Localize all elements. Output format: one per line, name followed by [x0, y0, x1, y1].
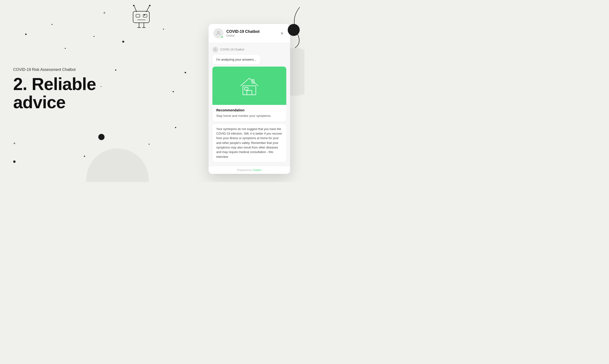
- svg-point-1: [133, 5, 135, 6]
- house-icon: [238, 75, 260, 96]
- main-title-line2: advice: [13, 93, 66, 112]
- message-analyzing: I'm analyzing your answers...: [212, 55, 260, 64]
- close-button[interactable]: ×: [279, 30, 285, 37]
- chat-avatar: [213, 28, 223, 38]
- subtitle: COVID-19 Risk Assessment Chatbot: [13, 67, 96, 72]
- chatbot-link[interactable]: ChatBot: [252, 169, 262, 171]
- online-indicator: [221, 36, 223, 38]
- message-detail: Your symtopms do not suggest that you ha…: [212, 124, 286, 162]
- deco-dot: [52, 24, 53, 25]
- bot-label: COVID-19 Chatbot: [212, 47, 286, 52]
- deco-dot: [65, 48, 66, 49]
- chat-body: COVID-19 Chatbot I'm analyzing your answ…: [208, 43, 290, 166]
- main-title: 2. Reliable advice: [13, 75, 96, 111]
- rec-content: Recommendation Stay home and monitor you…: [212, 105, 286, 122]
- deco-dot: [84, 156, 85, 157]
- chatbot-status: Online: [226, 34, 279, 37]
- chat-footer: Powered by ChatBot: [208, 166, 290, 174]
- deco-circle-dark: [288, 24, 300, 36]
- deco-circle-large: [86, 148, 149, 182]
- chat-header: COVID-19 Chatbot Online ×: [208, 24, 290, 43]
- svg-rect-16: [245, 87, 248, 90]
- deco-dot: [173, 91, 174, 92]
- rec-text: Stay home and monitor your symptoms.: [216, 114, 282, 118]
- bot-label-avatar: [212, 47, 218, 52]
- chat-window: COVID-19 Chatbot Online × COVID-19 Chatb…: [208, 24, 290, 174]
- svg-point-13: [215, 48, 216, 50]
- recommendation-card: Recommendation Stay home and monitor you…: [212, 66, 286, 122]
- deco-dot: [163, 29, 164, 30]
- rec-image: [212, 66, 286, 105]
- deco-plus: +: [103, 11, 106, 15]
- chatbot-name: COVID-19 Chatbot: [226, 29, 279, 34]
- svg-rect-15: [247, 91, 252, 95]
- svg-point-12: [218, 31, 219, 33]
- deco-dot: [115, 69, 116, 71]
- deco-dot: [185, 72, 186, 73]
- svg-point-3: [149, 5, 151, 6]
- deco-dot: [101, 86, 101, 87]
- bot-label-name: COVID-19 Chatbot: [220, 48, 244, 51]
- left-content: COVID-19 Risk Assessment Chatbot 2. Reli…: [13, 67, 96, 112]
- chat-title-group: COVID-19 Chatbot Online: [226, 29, 279, 37]
- deco-dot: [94, 36, 95, 37]
- deco-dot: [149, 144, 150, 145]
- robot-illustration: [124, 4, 162, 30]
- svg-rect-6: [143, 14, 147, 17]
- main-title-line1: 2. Reliable: [13, 75, 96, 94]
- svg-rect-5: [136, 14, 140, 17]
- powered-by-text: Powered by: [237, 169, 251, 171]
- deco-blob: [98, 134, 105, 140]
- deco-dot: [122, 41, 124, 43]
- rec-title: Recommendation: [216, 108, 282, 112]
- deco-dot: [13, 160, 15, 163]
- deco-plus: +: [13, 141, 16, 146]
- deco-dot: [25, 34, 27, 35]
- deco-dot: [175, 127, 176, 128]
